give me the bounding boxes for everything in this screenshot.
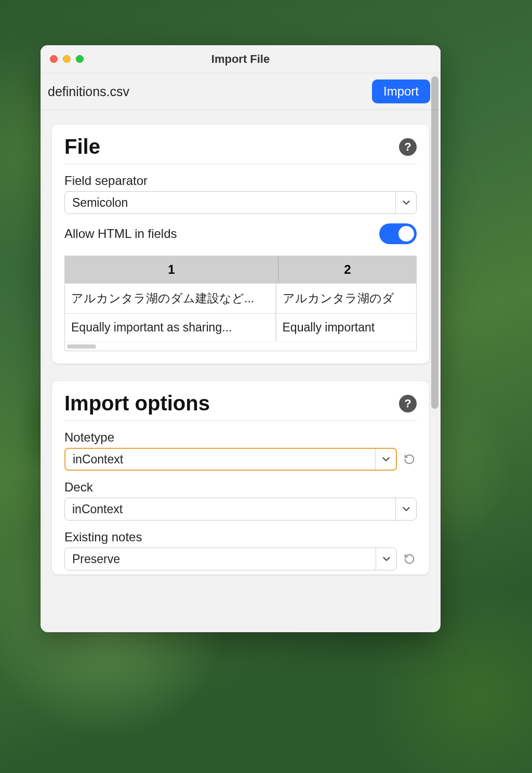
toggle-knob	[398, 226, 414, 242]
titlebar: Import File	[41, 45, 441, 73]
notetype-value: inContext	[65, 449, 375, 470]
preview-horizontal-scrollbar[interactable]	[65, 341, 416, 351]
allow-html-label: Allow HTML in fields	[64, 226, 177, 241]
allow-html-row: Allow HTML in fields	[64, 223, 417, 244]
deck-value: inContext	[65, 498, 395, 520]
filename-label: definitions.csv	[48, 84, 129, 99]
table-row: アルカンタラ湖のダム建設など... アルカンタラ湖のダ	[65, 283, 416, 313]
reset-icon[interactable]	[402, 452, 417, 467]
deck-group: Deck inContext	[64, 480, 417, 521]
preview-table: 1 2 アルカンタラ湖のダム建設など... アルカンタラ湖のダ Equally …	[64, 256, 417, 351]
reset-icon[interactable]	[402, 552, 417, 566]
window-controls	[50, 55, 84, 63]
import-button[interactable]: Import	[372, 79, 430, 103]
table-row: Equally important as sharing... Equally …	[65, 313, 416, 341]
preview-header-row: 1 2	[65, 256, 416, 283]
help-icon[interactable]: ?	[399, 395, 417, 412]
window-content: definitions.csv Import File ? Field sepa…	[41, 73, 441, 632]
minimize-window-button[interactable]	[63, 55, 71, 63]
field-separator-label: Field separator	[64, 174, 417, 188]
preview-cell: Equally important as sharing...	[65, 314, 276, 341]
toolbar: definitions.csv Import	[41, 73, 441, 110]
import-options-section: Import options ? Notetype inContext	[52, 381, 429, 575]
preview-cell: Equally important	[276, 314, 416, 341]
close-window-button[interactable]	[50, 55, 58, 63]
file-section-title: File	[64, 135, 100, 158]
field-separator-group: Field separator Semicolon	[64, 174, 417, 214]
preview-header-2: 2	[279, 256, 416, 283]
field-separator-select[interactable]: Semicolon	[64, 191, 417, 214]
preview-cell: アルカンタラ湖のダム建設など...	[65, 284, 276, 313]
allow-html-toggle[interactable]	[379, 223, 417, 244]
window-title: Import File	[41, 52, 441, 66]
existing-notes-group: Existing notes Preserve	[64, 530, 417, 570]
field-separator-value: Semicolon	[65, 192, 395, 214]
help-icon[interactable]: ?	[399, 138, 417, 156]
chevron-down-icon	[395, 192, 416, 214]
preview-header-1: 1	[65, 256, 279, 283]
existing-notes-value: Preserve	[65, 548, 376, 570]
scrollbar-thumb[interactable]	[67, 344, 96, 349]
chevron-down-icon	[395, 498, 416, 520]
existing-notes-select[interactable]: Preserve	[64, 548, 397, 570]
deck-select[interactable]: inContext	[64, 498, 417, 521]
import-file-window: Import File definitions.csv Import File …	[41, 45, 441, 632]
vertical-scrollbar[interactable]	[431, 76, 438, 409]
chevron-down-icon	[376, 548, 396, 570]
preview-cell: アルカンタラ湖のダ	[276, 284, 416, 313]
file-section: File ? Field separator Semicolon Allow H…	[52, 125, 429, 364]
existing-notes-label: Existing notes	[64, 530, 417, 544]
deck-label: Deck	[64, 480, 417, 495]
notetype-label: Notetype	[64, 430, 417, 445]
zoom-window-button[interactable]	[76, 55, 84, 63]
notetype-select[interactable]: inContext	[64, 448, 397, 471]
import-options-title: Import options	[64, 392, 210, 415]
notetype-group: Notetype inContext	[64, 430, 417, 471]
chevron-down-icon	[375, 449, 396, 470]
